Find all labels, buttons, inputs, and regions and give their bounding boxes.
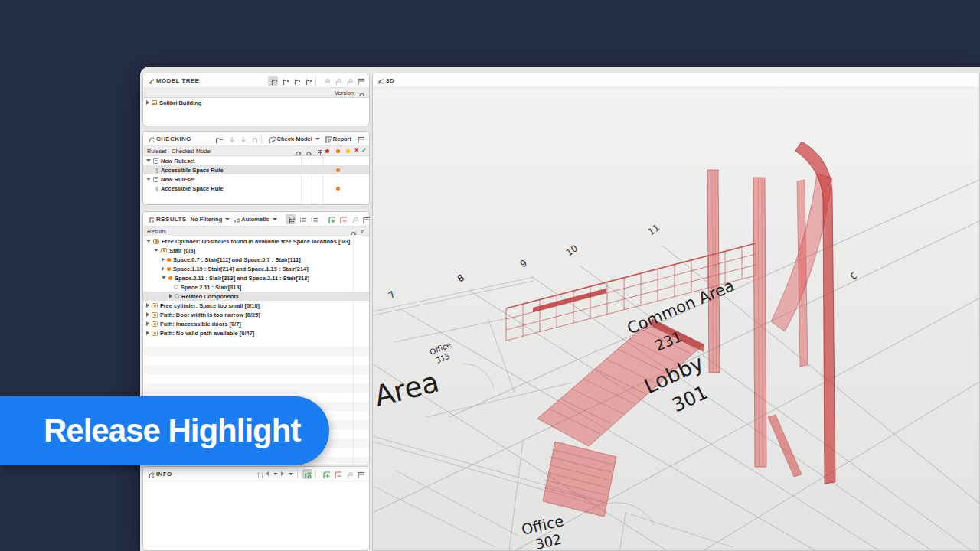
info-body bbox=[143, 481, 369, 550]
solibri-app-window: MODEL TREE Version Solibri Building bbox=[140, 67, 980, 551]
panel-menu-button[interactable] bbox=[355, 469, 365, 479]
result-category-row[interactable]: Path: Inaccessible doors [0/7] bbox=[143, 319, 369, 328]
report-button[interactable]: Report bbox=[322, 134, 354, 144]
result-row-label: Path: Inaccessible doors [0/7] bbox=[160, 321, 241, 328]
expand-closed-icon[interactable] bbox=[162, 257, 165, 262]
issue-folder-icon bbox=[161, 248, 167, 253]
expand-open-icon[interactable] bbox=[146, 240, 151, 243]
result-row-label: Space.2.11 : Stair[313] bbox=[181, 284, 241, 291]
result-orange-dot-icon bbox=[336, 168, 340, 172]
remove-button[interactable] bbox=[338, 214, 348, 224]
result-row-label: Space.0.7 : Stair[111] and Space.0.7 : S… bbox=[173, 256, 301, 263]
results-title: RESULTS bbox=[156, 216, 187, 223]
tree-view-button[interactable] bbox=[268, 76, 278, 86]
link-icon[interactable] bbox=[293, 147, 302, 155]
result-row-label: Free Cylinder: Obstacles found in availa… bbox=[162, 238, 350, 245]
filtering-dropdown[interactable]: No Filtering bbox=[188, 215, 231, 223]
model-tree-row[interactable]: Solibri Building bbox=[143, 98, 369, 107]
next-button[interactable] bbox=[280, 471, 285, 477]
result-category-row[interactable]: Stair [0/3] bbox=[143, 246, 369, 255]
expand-closed-icon[interactable] bbox=[146, 312, 149, 317]
column-geometry[interactable] bbox=[707, 142, 835, 484]
svg-text:C: C bbox=[848, 269, 860, 282]
view-3d-panel: 3D bbox=[372, 73, 980, 551]
expand-closed-icon[interactable] bbox=[169, 294, 172, 298]
grid-icon[interactable] bbox=[315, 147, 323, 155]
panel-menu-button[interactable] bbox=[361, 214, 370, 224]
remove-button[interactable] bbox=[332, 469, 342, 479]
ruleset-column-label[interactable]: Ruleset - Checked Model bbox=[147, 148, 211, 155]
rule-row[interactable]: Accessible Space Rule bbox=[143, 165, 369, 174]
add-button[interactable] bbox=[326, 214, 336, 224]
panel-menu-button[interactable] bbox=[355, 76, 365, 86]
result-issue-row[interactable]: Space.1.19 : Stair[214] and Space.1.19 :… bbox=[143, 264, 369, 273]
open-ruleset-button[interactable] bbox=[214, 134, 224, 144]
tree-view-2-button[interactable] bbox=[279, 76, 289, 86]
tree-view-button[interactable] bbox=[286, 214, 296, 224]
delete-button[interactable] bbox=[248, 134, 258, 144]
ruleset-row[interactable]: New Ruleset bbox=[143, 174, 369, 184]
export-button[interactable] bbox=[237, 134, 247, 144]
info-title: INFO bbox=[156, 471, 172, 478]
link-icon[interactable] bbox=[348, 227, 357, 236]
mode-dropdown[interactable]: Automatic bbox=[232, 215, 278, 223]
rule-row-label: Accessible Space Rule bbox=[161, 167, 224, 174]
result-category-row[interactable]: Free cylinder: Space too small [0/10] bbox=[143, 301, 369, 310]
result-component-row[interactable]: Related Components bbox=[143, 292, 369, 301]
result-component-row[interactable]: Space.2.11 : Stair[313] bbox=[143, 282, 369, 292]
view-3d-title: 3D bbox=[386, 77, 394, 84]
sort-button[interactable] bbox=[253, 469, 263, 479]
selector-dropdown[interactable] bbox=[271, 472, 279, 476]
result-issue-row[interactable]: Space.0.7 : Stair[111] and Space.0.7 : S… bbox=[143, 255, 369, 264]
expand-closed-icon[interactable] bbox=[146, 331, 149, 335]
results-column-label[interactable]: Results bbox=[147, 228, 166, 235]
expand-closed-icon[interactable] bbox=[162, 266, 165, 271]
model-tree-title: MODEL TREE bbox=[156, 77, 199, 84]
expand-open-icon[interactable] bbox=[146, 178, 151, 181]
grouped-list-view-button[interactable] bbox=[309, 214, 318, 224]
model-tree-header: MODEL TREE bbox=[143, 73, 369, 88]
add-button[interactable] bbox=[321, 469, 331, 479]
prev-button[interactable] bbox=[265, 471, 270, 477]
result-category-row[interactable]: Path: No valid path available [0/47] bbox=[143, 328, 369, 337]
expand-closed-icon[interactable] bbox=[146, 303, 149, 308]
lock-button-3[interactable] bbox=[344, 76, 354, 86]
import-button[interactable] bbox=[225, 134, 235, 144]
report-label: Report bbox=[333, 135, 351, 142]
tree-view-4-button[interactable] bbox=[302, 76, 312, 86]
lock-button-2[interactable] bbox=[332, 76, 342, 86]
expand-view-icon[interactable] bbox=[359, 227, 368, 236]
version-link-icon[interactable] bbox=[357, 89, 365, 97]
svg-text:9: 9 bbox=[518, 258, 529, 270]
result-issue-row[interactable]: Space.2.11 : Stair[313] and Space.2.11 :… bbox=[143, 273, 369, 282]
tree-view-3-button[interactable] bbox=[291, 76, 301, 86]
result-category-row[interactable]: Free Cylinder: Obstacles found in availa… bbox=[143, 236, 369, 246]
panel-menu-button[interactable] bbox=[355, 134, 365, 144]
issue-dot-icon bbox=[167, 258, 171, 262]
related-toggle-button[interactable] bbox=[302, 469, 312, 479]
lock-button[interactable] bbox=[349, 214, 359, 224]
expand-open-icon[interactable] bbox=[162, 276, 166, 279]
lock-button[interactable] bbox=[344, 469, 354, 479]
expand-closed-icon[interactable] bbox=[146, 100, 149, 105]
result-category-row[interactable]: Path: Door width is too narrow [0/25] bbox=[143, 310, 369, 319]
rule-row[interactable]: Accessible Space Rule bbox=[143, 184, 369, 193]
model-tree-icon bbox=[147, 77, 154, 84]
lock-button-1[interactable] bbox=[321, 76, 331, 86]
key-icon[interactable] bbox=[304, 147, 312, 155]
check-model-button[interactable]: Check Model bbox=[266, 134, 321, 144]
diagonal-strut[interactable] bbox=[768, 415, 802, 477]
result-row-label: Path: Door width is too narrow [0/25] bbox=[160, 311, 260, 318]
expand-open-icon[interactable] bbox=[146, 159, 151, 162]
list-view-button[interactable] bbox=[297, 214, 307, 224]
status-yellow-dot-icon bbox=[346, 149, 350, 153]
viewport-3d[interactable]: 7 8 9 10 11 C Area Office 315 Common Are… bbox=[373, 88, 979, 550]
info-icon bbox=[147, 471, 154, 478]
more-dropdown[interactable] bbox=[286, 472, 294, 476]
info-header: INFO bbox=[143, 467, 369, 481]
expand-open-icon[interactable] bbox=[154, 249, 158, 252]
ruleset-row[interactable]: New Ruleset bbox=[143, 156, 369, 165]
expand-closed-icon[interactable] bbox=[146, 321, 149, 326]
status-orange-dot-icon bbox=[336, 149, 340, 153]
version-column-label[interactable]: Version bbox=[335, 90, 354, 96]
